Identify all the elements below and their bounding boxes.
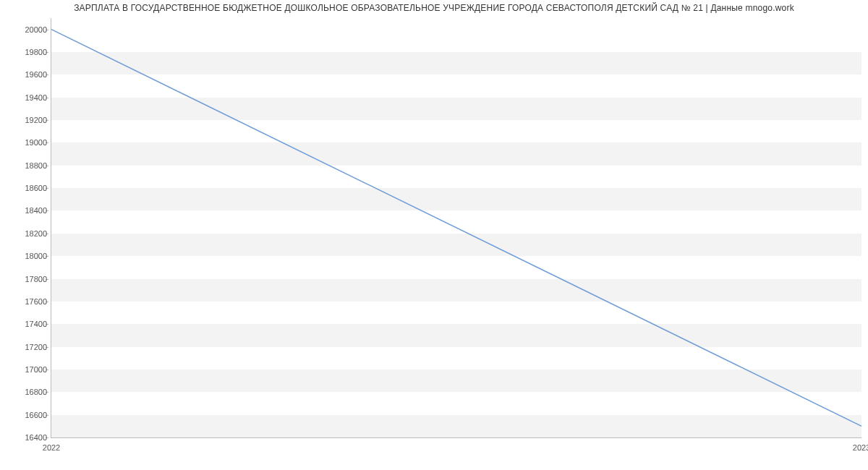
line-layer [51, 18, 861, 437]
chart-container: ЗАРПЛАТА В ГОСУДАРСТВЕННОЕ БЮДЖЕТНОЕ ДОШ… [0, 0, 868, 470]
y-axis-label: 19400 [25, 93, 47, 102]
chart-title: ЗАРПЛАТА В ГОСУДАРСТВЕННОЕ БЮДЖЕТНОЕ ДОШ… [0, 3, 868, 13]
x-axis-label: 2023 [853, 443, 868, 452]
y-axis-label: 19000 [25, 138, 47, 147]
y-axis-label: 19800 [25, 48, 47, 56]
y-axis-label: 16400 [25, 433, 47, 442]
y-axis-label: 20000 [25, 25, 47, 34]
y-axis-label: 19200 [25, 116, 47, 124]
y-axis-label: 18600 [25, 184, 47, 192]
y-axis-label: 17800 [25, 275, 47, 283]
y-axis-label: 19600 [25, 70, 47, 79]
y-axis-label: 17200 [25, 343, 47, 351]
y-axis-label: 18200 [25, 229, 47, 238]
plot-area: 20222023 [51, 18, 861, 438]
y-axis-label: 16800 [25, 388, 47, 396]
y-axis-label: 17600 [25, 297, 47, 306]
y-axis-label: 17400 [25, 320, 47, 328]
y-axis-label: 18800 [25, 161, 47, 170]
series-line [51, 30, 861, 427]
y-axis-label: 18000 [25, 252, 47, 260]
x-axis-label: 2022 [43, 443, 60, 452]
y-axis-label: 16600 [25, 411, 47, 419]
y-axis-label: 17000 [25, 365, 47, 374]
y-axis-label: 18400 [25, 206, 47, 215]
